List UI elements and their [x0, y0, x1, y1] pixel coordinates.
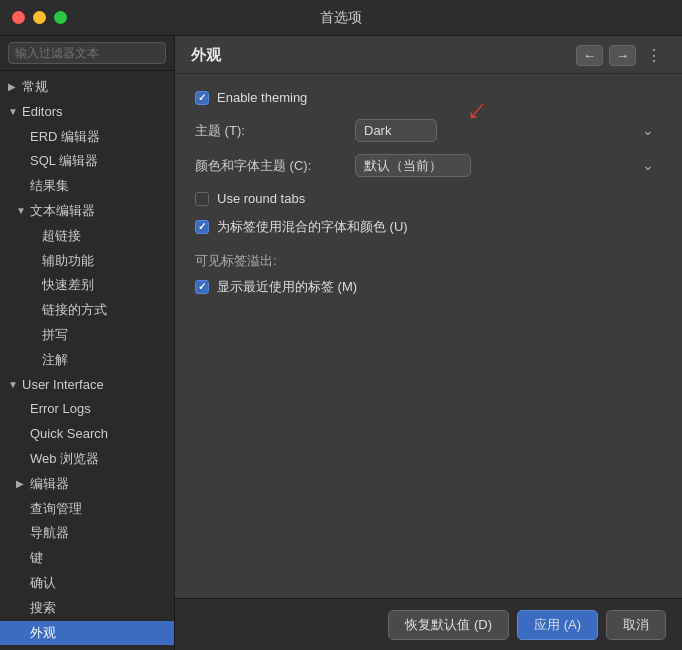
bottom-bar: 恢复默认值 (D) 应用 (A) 取消: [175, 598, 682, 650]
sidebar-item-label: Web 浏览器: [30, 449, 99, 470]
round-tabs-label: Use round tabs: [217, 191, 305, 206]
show-recent-row: ✓ 显示最近使用的标签 (M): [195, 278, 662, 296]
mixed-font-checkbox[interactable]: ✓: [195, 220, 209, 234]
sidebar-item-sql-editor[interactable]: SQL 编辑器: [0, 149, 174, 174]
sidebar-item-label: 注解: [42, 350, 68, 371]
sidebar-item-font-color[interactable]: 颜色和字体: [0, 645, 174, 650]
window-title: 首选项: [320, 9, 362, 27]
page-title: 外观: [191, 46, 221, 65]
sidebar-list: ▶ 常规 ▼ Editors ERD 编辑器 SQL 编辑器 结果集 ▼: [0, 71, 174, 650]
content-panel: ↓ 外观 ← → ⋮ ✓ Enable theming 主题 (T):: [175, 36, 682, 650]
sidebar: ▶ 常规 ▼ Editors ERD 编辑器 SQL 编辑器 结果集 ▼: [0, 36, 175, 650]
sidebar-item-label: 结果集: [30, 176, 69, 197]
maximize-button[interactable]: [54, 11, 67, 24]
sidebar-item-label: 导航器: [30, 523, 69, 544]
sidebar-item-label: Editors: [22, 102, 62, 123]
sidebar-item-spell[interactable]: 拼写: [0, 323, 174, 348]
header-actions: ← → ⋮: [576, 44, 666, 67]
nav-forward-button[interactable]: →: [609, 45, 636, 66]
sidebar-item-label: 拼写: [42, 325, 68, 346]
sidebar-item-label: 查询管理: [30, 499, 82, 520]
sidebar-item-erd-editor[interactable]: ERD 编辑器: [0, 125, 174, 150]
filter-input[interactable]: [8, 42, 166, 64]
sidebar-item-label: ERD 编辑器: [30, 127, 100, 148]
enable-theming-checkbox[interactable]: ✓: [195, 91, 209, 105]
theme-row: 主题 (T): Dark Light System: [195, 119, 662, 142]
content-body: ✓ Enable theming 主题 (T): Dark Light Syst…: [175, 74, 682, 598]
sidebar-filter: [0, 36, 174, 71]
arrow-icon: ▼: [16, 203, 30, 219]
sidebar-item-label: 确认: [30, 573, 56, 594]
mixed-font-row: ✓ 为标签使用混合的字体和颜色 (U): [195, 218, 662, 236]
cancel-button[interactable]: 取消: [606, 610, 666, 640]
sidebar-item-comment[interactable]: 注解: [0, 348, 174, 373]
sidebar-item-label: Error Logs: [30, 399, 91, 420]
sidebar-item-quick-search[interactable]: Quick Search: [0, 422, 174, 447]
sidebar-item-label: Quick Search: [30, 424, 108, 445]
theme-label: 主题 (T):: [195, 122, 355, 140]
sidebar-item-label: 编辑器: [30, 474, 69, 495]
show-recent-label: 显示最近使用的标签 (M): [217, 278, 357, 296]
sidebar-item-label: 键: [30, 548, 43, 569]
restore-defaults-button[interactable]: 恢复默认值 (D): [388, 610, 509, 640]
sidebar-item-navigator[interactable]: 导航器: [0, 521, 174, 546]
font-color-label: 颜色和字体主题 (C):: [195, 157, 355, 175]
content-header: 外观 ← → ⋮: [175, 36, 682, 74]
sidebar-item-key[interactable]: 键: [0, 546, 174, 571]
enable-theming-row: ✓ Enable theming: [195, 90, 662, 105]
sidebar-item-query-mgr[interactable]: 查询管理: [0, 497, 174, 522]
sidebar-item-spell-diff[interactable]: 快速差别: [0, 273, 174, 298]
arrow-icon: ▼: [8, 104, 22, 120]
check-icon: ✓: [198, 93, 206, 103]
arrow-icon: ▼: [8, 377, 22, 393]
sidebar-item-general[interactable]: ▶ 常规: [0, 75, 174, 100]
sidebar-item-label: 常规: [22, 77, 48, 98]
sidebar-item-hyperlink[interactable]: 超链接: [0, 224, 174, 249]
sidebar-item-label: 文本编辑器: [30, 201, 95, 222]
more-options-button[interactable]: ⋮: [642, 44, 666, 67]
show-recent-checkbox[interactable]: ✓: [195, 280, 209, 294]
check-icon: ✓: [198, 282, 206, 292]
sidebar-item-error-logs[interactable]: Error Logs: [0, 397, 174, 422]
theme-select-wrapper: Dark Light System: [355, 119, 662, 142]
enable-theming-label: Enable theming: [217, 90, 307, 105]
sidebar-item-user-interface[interactable]: ▼ User Interface: [0, 373, 174, 398]
sidebar-item-label: 外观: [30, 623, 56, 644]
apply-button[interactable]: 应用 (A): [517, 610, 598, 640]
sidebar-item-linked[interactable]: 链接的方式: [0, 298, 174, 323]
sidebar-item-label: User Interface: [22, 375, 104, 396]
sidebar-item-appearance[interactable]: 外观: [0, 621, 174, 646]
sidebar-item-editors[interactable]: ▼ Editors: [0, 100, 174, 125]
main-layout: ▶ 常规 ▼ Editors ERD 编辑器 SQL 编辑器 结果集 ▼: [0, 36, 682, 650]
title-bar: 首选项: [0, 0, 682, 36]
sidebar-item-label: SQL 编辑器: [30, 151, 98, 172]
sidebar-item-label: 快速差别: [42, 275, 94, 296]
window-controls: [12, 11, 67, 24]
nav-back-button[interactable]: ←: [576, 45, 603, 66]
sidebar-item-result[interactable]: 结果集: [0, 174, 174, 199]
font-color-select-wrapper: 默认（当前）: [355, 154, 662, 177]
sidebar-item-assist[interactable]: 辅助功能: [0, 249, 174, 274]
font-color-row: 颜色和字体主题 (C): 默认（当前）: [195, 154, 662, 177]
mixed-font-label: 为标签使用混合的字体和颜色 (U): [217, 218, 408, 236]
round-tabs-checkbox[interactable]: [195, 192, 209, 206]
sidebar-item-label: 链接的方式: [42, 300, 107, 321]
check-icon: ✓: [198, 222, 206, 232]
sidebar-item-label: 辅助功能: [42, 251, 94, 272]
close-button[interactable]: [12, 11, 25, 24]
minimize-button[interactable]: [33, 11, 46, 24]
font-color-select[interactable]: 默认（当前）: [355, 154, 471, 177]
arrow-icon: ▶: [8, 79, 22, 95]
sidebar-item-label: 超链接: [42, 226, 81, 247]
overflow-section-label: 可见标签溢出:: [195, 252, 662, 270]
sidebar-item-web-browser[interactable]: Web 浏览器: [0, 447, 174, 472]
sidebar-item-text-editor[interactable]: ▼ 文本编辑器: [0, 199, 174, 224]
sidebar-item-editor2[interactable]: ▶ 编辑器: [0, 472, 174, 497]
sidebar-item-label: 搜索: [30, 598, 56, 619]
sidebar-item-confirm[interactable]: 确认: [0, 571, 174, 596]
arrow-icon: ▶: [16, 476, 30, 492]
theme-select[interactable]: Dark Light System: [355, 119, 437, 142]
sidebar-item-search[interactable]: 搜索: [0, 596, 174, 621]
round-tabs-row: Use round tabs: [195, 191, 662, 206]
